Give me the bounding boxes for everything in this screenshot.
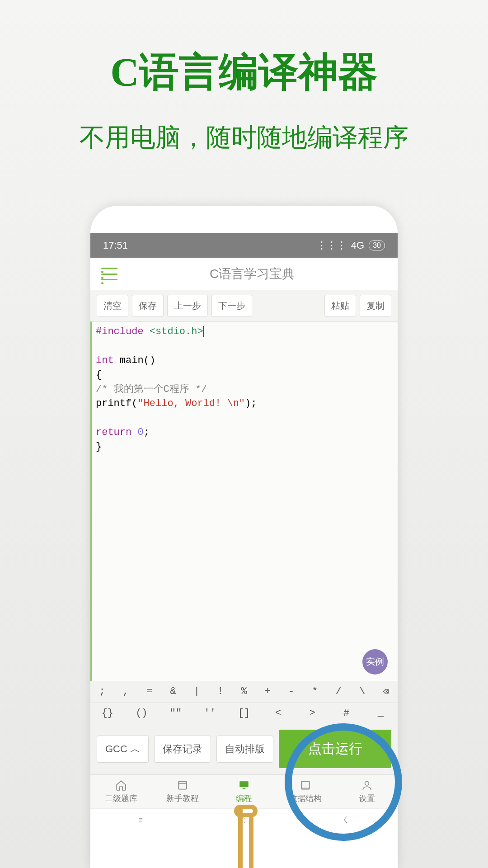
symbol-key[interactable]: = <box>138 681 161 703</box>
nav-label: 编程 <box>236 793 252 804</box>
code-keyword: return <box>96 427 137 438</box>
code-text: } <box>96 440 393 454</box>
code-comment: /* 我的第一个C程序 */ <box>96 382 393 397</box>
menu-icon[interactable] <box>101 268 117 280</box>
auto-format-button[interactable]: 自动排版 <box>216 736 273 763</box>
symbol-key[interactable]: + <box>256 681 279 703</box>
nav-tutorial[interactable]: 新手教程 <box>152 779 213 804</box>
symbol-key[interactable]: < <box>261 703 296 723</box>
nav-label: 数据结构 <box>289 793 322 804</box>
redo-button[interactable]: 下一步 <box>211 295 252 317</box>
signal-icon: ⋮⋮⋮ <box>317 240 347 251</box>
symbol-key[interactable]: # <box>329 703 364 723</box>
nav-label: 新手教程 <box>166 793 199 804</box>
code-include: <stdio.h> <box>144 326 203 337</box>
symbol-key[interactable]: \ <box>350 681 374 703</box>
recent-apps-icon[interactable]: ≡ <box>139 816 143 824</box>
save-button[interactable]: 保存 <box>132 295 164 317</box>
symbol-key[interactable]: _ <box>364 703 398 723</box>
nav-exam[interactable]: 二级题库 <box>90 779 152 804</box>
app-header: C语言学习宝典 <box>90 258 398 290</box>
example-badge[interactable]: 实例 <box>362 649 388 675</box>
nav-settings[interactable]: 设置 <box>336 779 398 804</box>
symbol-key[interactable]: % <box>232 681 256 703</box>
code-number: 0 <box>137 427 143 438</box>
monitor-icon <box>237 779 251 791</box>
network-label: 4G <box>351 240 364 251</box>
save-record-button[interactable]: 保存记录 <box>154 736 211 763</box>
symbol-key[interactable]: / <box>327 681 350 703</box>
book-icon <box>176 779 189 791</box>
symbol-key[interactable]: - <box>280 681 303 703</box>
paste-button[interactable]: 粘贴 <box>324 295 356 317</box>
phone-frame: 17:51 ⋮⋮⋮ 4G 30 C语言学习宝典 清空 保存 上一步 下一步 粘贴… <box>90 206 398 868</box>
code-text: main() <box>114 355 155 366</box>
nav-data[interactable]: 数据结构 <box>275 779 336 804</box>
symbol-row-1: ;,=&|!%+-*/\⌫ <box>90 681 398 703</box>
code-text: ); <box>245 398 257 409</box>
person-icon <box>360 779 374 791</box>
svg-rect-0 <box>178 781 186 789</box>
home-button-icon[interactable]: ▢ <box>239 816 246 824</box>
nav-code[interactable]: 编程 <box>213 779 275 804</box>
symbol-key[interactable]: ; <box>90 681 114 703</box>
code-keyword: #include <box>96 326 144 337</box>
home-icon <box>114 779 128 791</box>
layers-icon <box>299 779 312 791</box>
bottom-actions: GCC ︿ 保存记录 自动排版 点击运行 <box>90 723 398 774</box>
system-nav-bar: ≡ ▢ く <box>90 808 398 831</box>
promo-title: C语言编译神器 <box>0 45 488 99</box>
undo-button[interactable]: 上一步 <box>167 295 208 317</box>
copy-button[interactable]: 复制 <box>360 295 391 317</box>
symbol-key[interactable]: [] <box>227 703 261 723</box>
symbol-key[interactable]: | <box>185 681 208 703</box>
bottom-nav: 二级题库 新手教程 编程 数据结构 设置 <box>90 774 398 808</box>
symbol-key[interactable]: , <box>114 681 137 703</box>
symbol-key[interactable]: "" <box>159 703 193 723</box>
chevron-up-icon: ︿ <box>130 743 140 755</box>
symbol-row-2: {}()""''[]<>#_ <box>90 703 398 723</box>
symbol-key[interactable]: () <box>125 703 159 723</box>
svg-point-6 <box>365 781 369 785</box>
code-string: "Hello, World! \n" <box>137 398 245 409</box>
symbol-key[interactable]: > <box>295 703 329 723</box>
app-title: C语言学习宝典 <box>117 265 387 283</box>
status-bar: 17:51 ⋮⋮⋮ 4G 30 <box>90 233 398 258</box>
status-time: 17:51 <box>103 240 128 251</box>
code-text: printf( <box>96 398 137 409</box>
code-keyword: int <box>96 355 114 366</box>
svg-rect-3 <box>243 788 246 789</box>
promo-subtitle: 不用电脑，随时随地编译程序 <box>0 121 488 155</box>
svg-rect-2 <box>239 781 249 787</box>
nav-label: 设置 <box>359 793 375 804</box>
symbol-key[interactable]: ! <box>209 681 232 703</box>
run-button[interactable]: 点击运行 <box>279 730 391 768</box>
code-text: ; <box>144 427 150 438</box>
symbol-key[interactable]: * <box>303 681 327 703</box>
code-editor[interactable]: #include <stdio.h> int main() { /* 我的第一个… <box>90 321 398 681</box>
symbol-key[interactable]: {} <box>90 703 125 723</box>
nav-label: 二级题库 <box>105 793 137 804</box>
editor-toolbar: 清空 保存 上一步 下一步 粘贴 复制 <box>90 290 398 321</box>
back-icon[interactable]: く <box>342 815 349 825</box>
compiler-select[interactable]: GCC ︿ <box>97 736 149 763</box>
code-text: { <box>96 368 393 382</box>
symbol-key[interactable]: '' <box>193 703 227 723</box>
battery-icon: 30 <box>369 241 385 250</box>
clear-button[interactable]: 清空 <box>97 295 128 317</box>
backspace-key[interactable]: ⌫ <box>374 681 398 703</box>
symbol-key[interactable]: & <box>161 681 185 703</box>
